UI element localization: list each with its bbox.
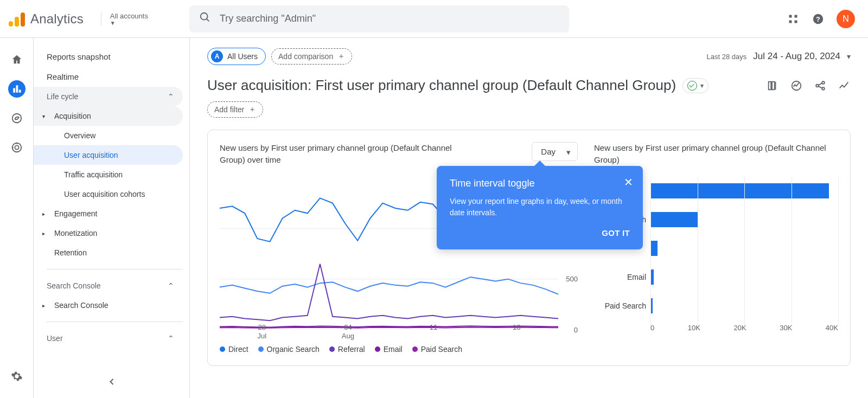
nav-engagement[interactable]: ▸ Engagement [34,204,183,223]
legend-referral[interactable]: Referral [329,345,365,354]
triangle-right-icon: ▸ [42,303,49,309]
nav-reports-snapshot[interactable]: Reports snapshot [34,47,183,67]
nav-section-search-console[interactable]: Search Console ⌃ [34,276,183,296]
nav-collapse-button[interactable] [102,372,122,391]
comparison-chips-row: A All Users Add comparison ＋ Last 28 day… [207,48,851,65]
pill-label: Last 28 days [707,53,747,61]
nav-acq-user-acquisition[interactable]: User acquisition [34,145,183,165]
status-chip[interactable]: ▾ [682,78,709,93]
trend-icon[interactable] [838,79,851,92]
main-content: A All Users Add comparison ＋ Last 28 day… [190,38,868,398]
help-icon[interactable]: ? [812,12,825,25]
search-icon [199,11,211,26]
nav-acq-traffic-acquisition[interactable]: Traffic acquisition [34,165,183,184]
svg-line-22 [818,86,822,88]
chip-all-users[interactable]: A All Users [207,48,266,65]
check-circle-icon [687,81,697,91]
popover-body: View your report line graphs in day, wee… [450,196,630,219]
popover-title: Time interval toggle [450,178,630,189]
chevron-up-icon: ⌃ [168,281,174,290]
customize-columns-icon[interactable] [766,79,779,92]
date-range-picker[interactable]: Last 28 days Jul 24 - Aug 20, 2024 ▾ [707,51,851,62]
triangle-right-icon: ▸ [42,211,49,217]
svg-line-1 [207,19,209,22]
line-chart-title: New users by First user primary channel … [220,142,469,166]
svg-text:?: ? [816,15,820,23]
nav-section-user[interactable]: User ⌃ [34,329,183,348]
avatar[interactable]: N [837,10,855,28]
topbar: Analytics All accounts ▼ Try searching "… [0,0,868,38]
nav-section-life-cycle[interactable]: Life cycle ⌃ [34,87,183,106]
search-placeholder: Try searching "Admin" [220,13,316,24]
account-switcher[interactable]: All accounts ▼ [101,12,148,26]
triangle-down-icon: ▾ [42,113,49,119]
legend-email[interactable]: Email [375,345,403,354]
plus-icon: ＋ [337,52,345,61]
nav-acq-user-acq-cohorts[interactable]: User acquisition cohorts [34,184,183,204]
bar-chart-title: New users by First user primary channel … [594,142,838,166]
left-nav: Reports snapshot Realtime Life cycle ⌃ ▾… [34,38,190,398]
nav-monetization[interactable]: ▸ Monetization [34,223,183,243]
top-actions: ? N [787,10,855,28]
title-actions [766,79,851,92]
rail-home-icon[interactable] [8,51,25,68]
apps-icon[interactable] [787,12,800,25]
nav-retention[interactable]: ▸ Retention [34,243,183,262]
product-logo[interactable]: Analytics [9,11,84,27]
page-title: User acquisition: First user primary cha… [207,77,676,94]
line-chart-panel: New users by First user primary channel … [220,142,578,354]
legend-paid[interactable]: Paid Search [412,345,462,354]
chevron-down-icon: ▾ [847,52,851,61]
nav-realtime[interactable]: Realtime [34,67,183,87]
bar-row: Email [594,263,838,292]
insights-icon[interactable] [790,79,803,92]
share-icon[interactable] [814,79,827,92]
time-interval-select[interactable]: Day [532,142,578,161]
svg-rect-2 [789,15,792,17]
chip-add-comparison[interactable]: Add comparison ＋ [271,48,352,65]
svg-line-21 [818,83,822,85]
legend-direct[interactable]: Direct [220,345,248,354]
rail-advertising-icon[interactable] [8,139,25,156]
svg-rect-3 [795,15,797,17]
svg-point-0 [201,13,208,20]
search-box[interactable]: Try searching "Admin" [189,5,569,33]
svg-rect-4 [789,20,792,23]
nav-acquisition[interactable]: ▾ Acquisition [34,106,183,126]
chart-card: New users by First user primary channel … [207,130,851,366]
nav-rail [0,38,34,398]
time-interval-popover: ✕ Time interval toggle View your report … [437,166,643,249]
chevron-down-icon: ▾ [700,82,704,89]
product-name: Analytics [30,11,84,27]
svg-rect-10 [18,90,21,93]
popover-close-button[interactable]: ✕ [624,176,633,189]
popover-gotit-button[interactable]: GOT IT [602,228,630,237]
plus-icon: ＋ [248,105,256,114]
svg-rect-15 [772,81,775,89]
svg-point-13 [15,145,18,149]
title-row: User acquisition: First user primary cha… [207,77,851,94]
svg-rect-8 [13,88,15,93]
bar-row: Paid Search [594,292,838,320]
rail-reports-icon[interactable] [8,80,25,98]
rail-explore-icon[interactable] [8,110,25,127]
nav-acq-overview[interactable]: Overview [34,126,183,145]
account-label: All accounts [110,12,148,20]
chevron-up-icon: ⌃ [168,334,174,343]
chevron-up-icon: ⌃ [168,92,174,101]
triangle-right-icon: ▸ [42,230,49,236]
svg-point-12 [12,143,21,152]
line-chart-legend: Direct Organic Search Referral Email Pai… [220,345,578,354]
chip-add-filter[interactable]: Add filter ＋ [207,101,263,118]
legend-organic[interactable]: Organic Search [258,345,320,354]
svg-rect-14 [769,81,771,89]
rail-settings-icon[interactable] [8,368,25,385]
chevron-down-icon: ▼ [110,20,148,26]
svg-point-11 [12,114,21,123]
svg-rect-5 [795,20,797,23]
nav-search-console-item[interactable]: ▸ Search Console [34,296,183,315]
analytics-logo-icon [9,11,25,27]
svg-rect-9 [16,85,18,93]
